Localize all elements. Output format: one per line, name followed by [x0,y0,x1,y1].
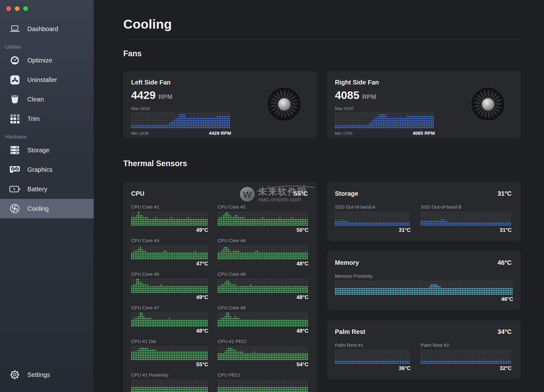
sensor-item: CPU Core #1 49°C [131,204,208,233]
gpu-icon [9,166,21,174]
palm-rest-card-temp: 34°C [497,328,512,335]
memory-card-temp: 46°C [497,259,512,266]
palm-rest-card-title: Palm Rest [335,328,365,335]
sensor-item: CPU Core #8 48°C [218,305,308,334]
sensor-history-chart [218,346,308,361]
close-button[interactable] [6,6,11,11]
sensor-item: CPU #1 Die 55°C [131,339,208,368]
sidebar-section-utilities: Utilities [5,44,94,50]
sidebar-item-label: Trim [27,115,40,122]
grid-icon [9,114,21,123]
sensor-history-chart [421,212,512,226]
sensor-label: CPU Core #5 [131,271,208,277]
title-divider [123,39,521,40]
sensor-value: 31°C [421,227,512,233]
sidebar-item-uninstaller[interactable]: Uninstaller [0,70,94,90]
sensor-label: CPU Core #8 [218,305,308,310]
sensor-history-chart [218,212,308,226]
fan-name: Left Side Fan [131,79,308,86]
sensor-history-chart [218,380,308,392]
sidebar-item-storage[interactable]: Storage [0,140,94,160]
sensor-value: 36°C [335,365,411,372]
sensor-value: 49°C [131,294,208,301]
appstore-icon [9,75,21,85]
sidebar-item-battery[interactable]: Battery [0,179,94,199]
sensor-item: CPU Core #2 50°C [218,204,308,233]
sidebar-item-label: Optimize [27,57,52,64]
sensor-item: Palm Rest #1 36°C [335,342,411,372]
sensor-item: CPU Core #7 48°C [131,305,208,334]
fan-rpm-unit: RPM [362,93,376,101]
laptop-icon [9,25,21,33]
sensor-history-chart [218,313,308,327]
sensor-item: CPU #1 PECI 54°C [218,339,308,368]
sidebar-item-trim[interactable]: Trim [0,109,94,128]
sensor-label: Memory Proximity [335,273,513,279]
palm-rest-card: Palm Rest 34°C Palm Rest #1 36°C Palm Re… [327,320,521,379]
server-icon [9,146,21,155]
sensor-history-chart [131,313,208,327]
fan-min-label: Min 1700 [335,131,352,136]
sensor-value: 47°C [131,261,208,267]
sidebar-section-hardware: Hardware [5,134,94,140]
sidebar-item-settings[interactable]: Settings [0,365,94,384]
sensor-history-chart [335,212,411,226]
sidebar-item-label: Storage [27,147,49,154]
sensor-history-chart [335,350,411,364]
sidebar-item-label: Uninstaller [27,76,57,84]
sensor-item: SSD Out-of-band B 31°C [421,204,512,233]
window-controls [6,6,94,11]
sensor-item: CPU Core #5 49°C [131,271,208,301]
fan-current-label: 4429 RPM [209,130,231,136]
sensor-label: CPU #1 Die [131,339,208,344]
fan-rpm-value: 4429 [131,89,156,101]
battery-icon [9,185,21,193]
fan-name: Right Side Fan [335,79,512,86]
sensor-value: 32°C [421,365,512,372]
sidebar-item-dashboard[interactable]: Dashboard [0,19,94,39]
sidebar-item-graphics[interactable]: Graphics [0,160,94,179]
sensor-item: CPU Core #6 48°C [218,271,308,301]
sensor-history-chart [218,279,308,293]
sensor-value: 54°C [218,362,308,368]
sidebar-item-optimize[interactable]: Optimize [0,51,94,70]
fan-current-label: 4085 RPM [413,130,435,136]
sensor-label: CPU Core #1 [131,204,208,210]
sidebar-item-label: Graphics [27,166,53,173]
sensor-history-chart [335,281,513,295]
bucket-icon [9,95,21,104]
zoom-button[interactable] [23,6,28,11]
sensor-label: SSD Out-of-band B [421,204,512,210]
sensor-history-chart [131,212,208,226]
sidebar-item-clean[interactable]: Clean [0,90,94,109]
sensor-label: Palm Rest #1 [335,342,411,348]
cpu-card-title: CPU [131,190,144,197]
sensor-history-chart [131,380,208,392]
memory-card: Memory 46°C Memory Proximity 46°C [327,251,521,310]
storage-card-temp: 31°C [497,190,512,197]
sensor-label: CPU #1 Proximity [131,372,208,378]
sensor-item: CPU Core #4 48°C [218,238,308,267]
sensor-value: 49°C [131,227,208,233]
sensor-value: 48°C [218,294,308,301]
thermal-section-heading: Thermal Sensors [123,159,521,168]
sensor-value: 48°C [131,328,208,334]
sidebar-item-label: Dashboard [27,25,58,33]
sensor-label: CPU PECI [218,372,308,378]
storage-card: Storage 31°C SSD Out-of-band A 31°C SSD … [327,182,521,241]
sensor-history-chart [218,245,308,260]
sensor-history-chart [131,245,208,260]
sidebar-item-cooling[interactable]: Cooling [0,199,94,218]
sensor-history-chart [131,346,208,361]
cpu-card-temp: 55°C [294,190,308,197]
sensor-history-chart [421,350,512,364]
fan-image [268,88,301,121]
minimize-button[interactable] [15,6,19,11]
main-content: Cooling Fans Left Side Fan 4429 RPM Max … [94,0,544,392]
sensor-value: 55°C [131,362,208,368]
sensor-label: CPU #1 PECI [218,339,308,344]
storage-sensor-grid: SSD Out-of-band A 31°C SSD Out-of-band B… [335,204,512,233]
sidebar: Dashboard Utilities Optimize [0,0,94,392]
fan-card-right: Right Side Fan 4085 RPM Max 5200 Min 170… [327,71,521,138]
fan-min-label: Min 1836 [131,131,149,136]
